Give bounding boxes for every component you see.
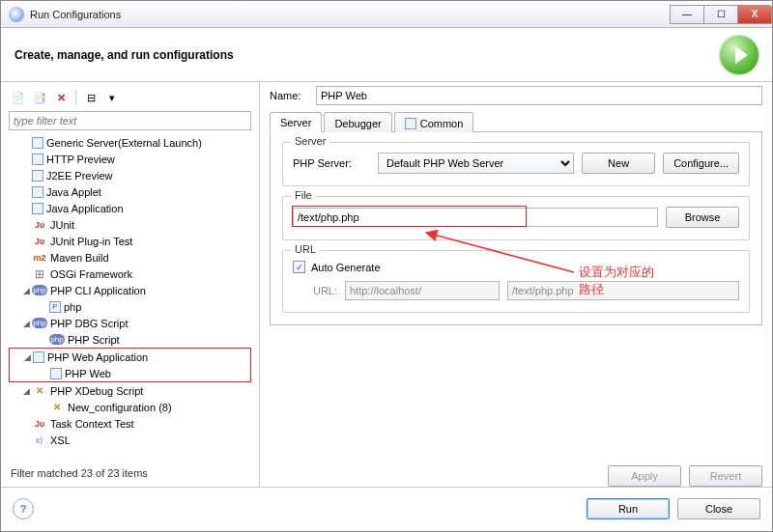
tree-item[interactable]: New_configuration (8) [68,402,172,413]
tree-item[interactable]: Java Application [46,203,124,214]
configure-server-button[interactable]: Configure... [663,153,739,174]
tree-item[interactable]: Task Context Test [50,418,134,430]
file-group: File Browse [282,196,750,240]
osgi-icon: ⊞ [32,266,47,282]
tree-item[interactable]: php [64,301,81,313]
php-server-select[interactable]: Default PHP Web Server [378,153,574,174]
junit-icon: Jυ [32,234,47,249]
expand-icon[interactable]: ◢ [20,286,32,295]
url-host-input [345,281,500,300]
tree-item[interactable]: PHP XDebug Script [50,385,143,397]
tree-item-selected[interactable]: PHP Web [65,368,111,379]
xdebug-icon: ✕ [49,400,65,415]
url-group: URL ✓ Auto Generate URL: [282,250,750,313]
tree-item[interactable]: XSL [50,434,71,446]
config-tree[interactable]: ▸Generic Server(External Launch) ▸HTTP P… [1,134,259,463]
titlebar: Run Configurations ― ☐ X [1,1,772,28]
common-tab-icon [405,118,416,129]
tree-item[interactable]: Generic Server(External Launch) [46,137,202,149]
php-file-icon: P [49,301,61,313]
url-path-input [507,281,739,300]
tab-server[interactable]: Server [270,112,322,132]
filter-match-label: Filter matched 23 of 23 items [1,463,259,483]
close-button[interactable]: Close [677,498,760,519]
url-label: URL: [293,285,337,296]
tree-item[interactable]: JUnit Plug-in Test [50,236,132,247]
new-config-button[interactable]: 📄 [9,88,28,107]
delete-config-button[interactable]: ✕ [51,88,71,107]
tree-item[interactable]: Maven Build [50,252,109,264]
filter-input[interactable] [9,111,251,130]
server-icon [32,170,43,182]
close-window-button[interactable]: X [737,5,772,24]
auto-generate-checkbox[interactable]: ✓ [293,261,305,273]
tree-item[interactable]: PHP Script [68,334,120,346]
xdebug-icon: ✕ [32,383,47,399]
tree-item[interactable]: JUnit [50,219,74,231]
window-title: Run Configurations [30,9,671,20]
tree-item[interactable]: PHP CLI Application [50,285,146,296]
tab-common[interactable]: Common [394,112,474,132]
file-path-input[interactable] [293,208,658,227]
web-app-icon [33,351,44,363]
tab-body: Server PHP Server: Default PHP Web Serve… [270,132,762,325]
server-icon [32,154,43,165]
toolbar-separator [75,90,76,105]
apply-row: Apply Revert [270,465,762,487]
duplicate-config-button[interactable]: 📑 [30,88,49,107]
app-icon [9,7,24,22]
left-panel: 📄 📑 ✕ ⊟ ▾ ▸Generic Server(External Launc… [1,82,260,487]
xsl-icon: x⟩ [32,433,47,448]
new-server-button[interactable]: New [582,153,655,174]
filter-box [9,111,251,130]
expand-icon[interactable]: ◢ [20,319,32,328]
dialog-title: Create, manage, and run configurations [14,48,720,62]
php-icon: php [32,285,47,295]
tree-item[interactable]: PHP DBG Script [50,318,129,329]
minimize-button[interactable]: ― [670,5,704,24]
junit-icon: Jυ [32,217,47,233]
server-group-title: Server [291,135,329,147]
revert-button[interactable]: Revert [689,465,762,487]
filter-dropdown-button[interactable]: ▾ [102,88,122,107]
tree-item[interactable]: OSGi Framework [50,268,132,280]
footer: ? Run Close [1,487,772,529]
tabs: Server Debugger Common [270,111,762,132]
java-icon [32,186,43,198]
url-group-title: URL [291,243,320,255]
tree-item[interactable]: Java Applet [46,186,101,198]
dialog-header: Create, manage, and run configurations [1,28,772,82]
junit-icon: Jυ [32,416,47,432]
tree-item[interactable]: J2EE Preview [46,170,112,182]
main-area: 📄 📑 ✕ ⊟ ▾ ▸Generic Server(External Launc… [1,82,772,487]
php-icon: php [49,334,65,345]
server-group: Server PHP Server: Default PHP Web Serve… [282,142,750,186]
php-icon: php [32,318,47,328]
collapse-all-button[interactable]: ⊟ [81,88,100,107]
maximize-button[interactable]: ☐ [703,5,738,24]
tree-item[interactable]: PHP Web Application [47,351,148,363]
web-app-icon [50,368,62,379]
help-button[interactable]: ? [13,498,34,519]
expand-icon[interactable]: ◢ [21,352,33,362]
right-panel: Name: Server Debugger Common Server PHP … [260,82,772,487]
maven-icon: m2 [32,250,47,266]
server-icon [32,137,43,149]
php-server-label: PHP Server: [293,157,370,169]
browse-file-button[interactable]: Browse [666,207,739,228]
java-icon [32,203,43,214]
name-input[interactable] [316,86,762,105]
file-group-title: File [291,189,316,201]
run-button[interactable]: Run [587,498,670,519]
left-toolbar: 📄 📑 ✕ ⊟ ▾ [1,88,259,111]
tree-item[interactable]: HTTP Preview [46,154,115,165]
name-label: Name: [270,90,316,101]
auto-generate-label: Auto Generate [311,262,381,273]
run-hero-icon [720,36,759,74]
apply-button[interactable]: Apply [608,465,681,487]
tab-debugger[interactable]: Debugger [324,112,391,132]
expand-icon[interactable]: ◢ [20,386,32,396]
window-buttons: ― ☐ X [671,5,772,24]
